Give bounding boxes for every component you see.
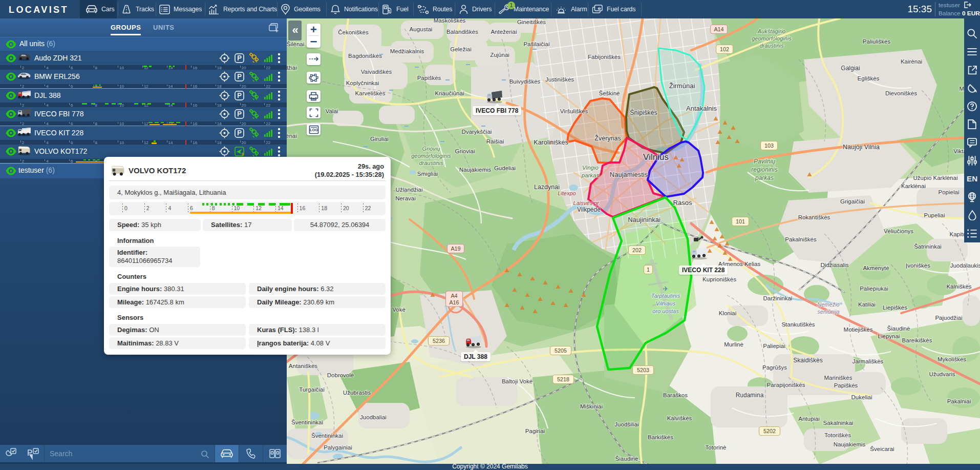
svg-text:5218: 5218 — [557, 376, 569, 382]
svg-text:Vilnius: Vilnius — [643, 152, 669, 162]
svg-text:Rasos: Rasos — [673, 199, 692, 207]
svg-text:Barkiškės: Barkiškės — [648, 434, 673, 440]
svg-text:5202: 5202 — [763, 428, 776, 434]
svg-text:parkas: parkas — [581, 172, 600, 178]
svg-text:Liepynai: Liepynai — [878, 333, 900, 339]
svg-text:Justiniškės: Justiniškės — [545, 76, 574, 83]
svg-text:LOG: LOG — [309, 128, 317, 132]
svg-text:Aukštagirio: Aukštagirio — [757, 28, 785, 34]
svg-text:Antaniškės: Antaniškės — [289, 363, 318, 369]
svg-text:Naujakiemis: Naujakiemis — [459, 167, 492, 173]
svg-text:Antakalnis: Antakalnis — [686, 105, 717, 112]
svg-text:Koplyčninkai: Koplyčninkai — [346, 80, 379, 86]
svg-text:draustinis: draustinis — [759, 43, 784, 49]
svg-text:Miškiniai: Miškiniai — [580, 403, 603, 410]
svg-text:Litexpo: Litexpo — [558, 190, 576, 196]
svg-text:Vilkpėdė: Vilkpėdė — [577, 206, 601, 213]
svg-text:Gineitiškės: Gineitiškės — [517, 19, 546, 25]
svg-text:A4: A4 — [451, 293, 457, 299]
svg-text:Šeškinė: Šeškinė — [599, 90, 620, 96]
svg-text:Naujininkai: Naujininkai — [628, 216, 661, 223]
svg-text:102: 102 — [720, 46, 729, 52]
svg-text:Dievoniškės: Dievoniškės — [885, 90, 917, 96]
svg-text:Karveliškės: Karveliškės — [355, 90, 386, 96]
svg-text:Katiliai: Katiliai — [858, 301, 876, 308]
svg-text:Didžiasalis: Didžiasalis — [821, 262, 849, 268]
svg-text:Vingio: Vingio — [582, 165, 599, 171]
svg-text:Mariniškės: Mariniškės — [824, 375, 853, 381]
svg-text:Smigliai: Smigliai — [417, 171, 438, 177]
svg-text:101: 101 — [736, 218, 745, 224]
svg-text:Pagrūšys: Pagrūšys — [762, 364, 787, 371]
svg-text:Medžiakalnis: Medžiakalnis — [390, 48, 424, 54]
svg-text:Šiaudinė: Šiaudinė — [887, 325, 910, 332]
svg-text:Zujūnai: Zujūnai — [490, 52, 509, 58]
svg-text:Užlandžiai: Užlandžiai — [395, 187, 422, 193]
svg-text:Užubrastis: Užubrastis — [343, 390, 371, 396]
svg-text:Vaivadiškės: Vaivadiškės — [361, 69, 392, 75]
svg-text:Šiaudinė: Šiaudinė — [615, 456, 638, 462]
svg-text:Pajuodžiai: Pajuodžiai — [935, 315, 962, 321]
svg-text:Naujamiestis: Naujamiestis — [610, 171, 648, 178]
svg-text:Akmenytė: Akmenytė — [863, 265, 889, 271]
svg-text:202: 202 — [632, 247, 642, 253]
svg-text:Paliepiukai: Paliepiukai — [860, 285, 888, 292]
svg-text:Antežeriai: Antežeriai — [491, 29, 517, 35]
svg-text:Jarmališkės: Jarmališkės — [853, 358, 884, 364]
svg-text:Palygainiai: Palygainiai — [324, 444, 352, 451]
svg-text:Vėliučionys: Vėliučionys — [884, 228, 913, 234]
svg-text:Pavilnių: Pavilnių — [754, 158, 775, 165]
svg-text:Šveicarai: Šveicarai — [870, 446, 894, 452]
svg-text:5203: 5203 — [637, 367, 649, 373]
svg-text:Užudvaris: Užudvaris — [929, 371, 955, 377]
svg-text:Žvėrynas: Žvėrynas — [594, 134, 621, 142]
svg-text:Vokė: Vokė — [392, 306, 406, 313]
svg-text:seniūnija: seniūnija — [817, 309, 839, 315]
svg-text:Pupeliai: Pupeliai — [924, 212, 945, 218]
svg-text:Skaidiškės: Skaidiškės — [793, 357, 822, 364]
svg-text:Karoliniškės: Karoliniškės — [534, 139, 568, 146]
svg-text:draustinis: draustinis — [419, 160, 443, 166]
svg-text:Motiejiškės: Motiejiškės — [844, 326, 873, 333]
svg-text:Balandiškės: Balandiškės — [446, 29, 478, 35]
svg-text:Nemėžio: Nemėžio — [817, 301, 839, 308]
svg-text:Turgaičiai: Turgaičiai — [299, 386, 324, 393]
svg-text:Šnipiškės: Šnipiškės — [630, 109, 657, 116]
svg-text:Neravai: Neravai — [395, 195, 416, 201]
svg-text:oro uostas: oro uostas — [652, 308, 679, 314]
svg-text:Įvoniškės: Įvoniškės — [906, 262, 930, 269]
svg-text:Kloniai: Kloniai — [719, 310, 737, 316]
svg-text:parkas: parkas — [755, 174, 774, 181]
svg-text:Baltoji Vokė: Baltoji Vokė — [502, 378, 532, 384]
svg-text:5236: 5236 — [433, 338, 445, 344]
svg-text:3: 3 — [242, 152, 244, 156]
svg-text:Dvarykščiai: Dvarykščiai — [462, 129, 492, 135]
svg-text:Vilniaus: Vilniaus — [656, 300, 676, 306]
svg-text:Griovių: Griovių — [422, 146, 440, 152]
svg-text:Naujakiemis: Naujakiemis — [834, 441, 866, 447]
svg-text:1: 1 — [647, 267, 650, 273]
svg-text:Augustai: Augustai — [410, 26, 433, 32]
svg-text:Sakalninkai: Sakalninkai — [823, 420, 854, 426]
svg-text:Juodbaliai: Juodbaliai — [360, 414, 387, 420]
svg-text:Murlinė: Murlinė — [724, 341, 743, 348]
svg-text:Antupiai: Antupiai — [798, 416, 820, 422]
svg-text:Paliepiai: Paliepiai — [763, 343, 785, 349]
svg-text:Popielai: Popielai — [939, 189, 960, 195]
svg-text:Buivydiškės: Buivydiškės — [509, 78, 541, 85]
svg-text:Daržininkai: Daržininkai — [763, 295, 793, 301]
svg-text:Parapijoniškės: Parapijoniškės — [767, 382, 805, 388]
svg-text:geomorfologinis: geomorfologinis — [411, 153, 451, 159]
svg-text:Tarptautinis: Tarptautinis — [651, 293, 680, 299]
svg-text:Stankutiškės: Stankutiškės — [781, 321, 815, 328]
svg-text:Totoriškės: Totoriškės — [824, 432, 851, 438]
svg-text:Egliškės: Egliškės — [858, 75, 880, 81]
svg-text:Papiškės: Papiškės — [417, 75, 441, 81]
svg-text:Dukeliai: Dukeliai — [851, 394, 872, 400]
svg-text:Rudamina: Rudamina — [736, 392, 764, 399]
svg-text:Žirmūnai: Žirmūnai — [669, 82, 695, 90]
svg-text:Mykoliškės: Mykoliškės — [938, 356, 966, 362]
svg-text:Užupio Karklėnai: Užupio Karklėnai — [913, 175, 958, 181]
svg-text:Lazdynai: Lazdynai — [534, 183, 560, 191]
svg-text:Naujoji Vilnia: Naujoji Vilnia — [843, 144, 880, 151]
